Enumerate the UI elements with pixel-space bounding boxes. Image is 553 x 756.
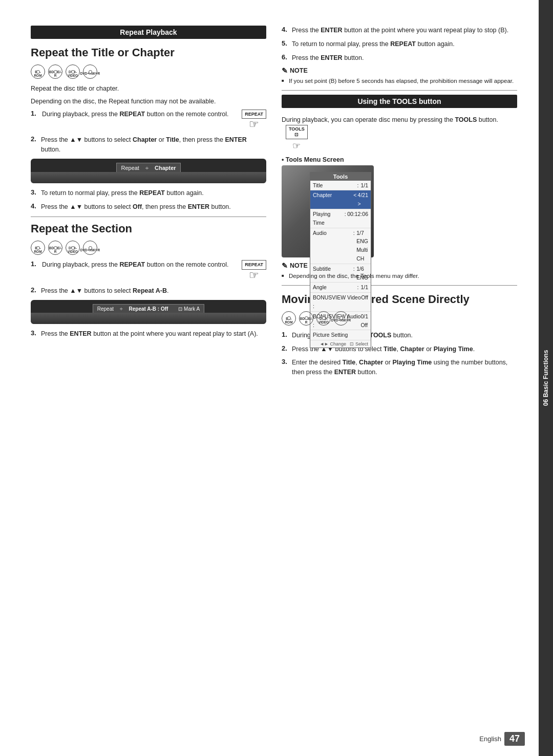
disc-icon-bdrom-2: BD-ROM <box>31 241 45 255</box>
step-2-select-chapter: 2. Press the ▲▼ buttons to select Chapte… <box>31 135 266 155</box>
osd-display-chapter: Repeat ÷ Chapter <box>116 163 180 173</box>
title-or-chapter-heading: Repeat the Title or Chapter <box>31 46 266 59</box>
continued-steps-area: 4. Press the ENTER button at the point w… <box>282 26 517 62</box>
repeat-playback-title: Repeat Playback <box>120 28 177 36</box>
disc-icon-bdre: BD-RE/-R <box>48 64 62 79</box>
right-step-5: 5. To return to normal play, press the R… <box>282 39 517 49</box>
repeat-description1: Repeat the disc title or chapter. <box>31 84 266 94</box>
tools-row-chapter: Chapter < 4/21 > <box>310 190 371 209</box>
tools-row-playing-time: Playing Time : 00:12:06 <box>310 209 371 228</box>
tools-row-audio: Audio : 1/7 ENG Multi CH <box>310 228 371 264</box>
screen-mockup-repeat-ab: Repeat ÷ Repeat A-B : Off ⊡ Mark A <box>31 300 266 324</box>
tools-row-angle: Angle : 1/1 <box>310 283 371 293</box>
hand-icon-tools: ☞ <box>292 139 301 153</box>
disc-icon-dvdvideo-2: DVD-VIDEO <box>66 241 80 255</box>
disc-icons-row-2: BD-ROM BD-RE/-R DVD-VIDEO DVD+RW/+R <box>31 241 266 255</box>
separator-2 <box>282 90 517 91</box>
right-step-6: 6. Press the ENTER button. <box>282 53 517 63</box>
note-icon-1: ✎ <box>282 67 288 75</box>
page-language: English <box>479 735 501 743</box>
disc-icon-dvdrw: DVD+RW/+R <box>83 64 97 79</box>
tools-mockup-image-area: Tools Title : 1/1 Chapter < 4/21 > <box>282 165 374 257</box>
right-step-4: 4. Press the ENTER button at the point w… <box>282 26 517 35</box>
moving-step-3: 3. Enter the desired Title, Chapter or P… <box>282 358 517 377</box>
section-step-1: 1. During playback, press the REPEAT but… <box>31 260 266 282</box>
page-number: 47 <box>504 732 525 746</box>
tools-description: During playback, you can operate disc me… <box>282 115 517 153</box>
side-tab: 06 Basic Functions <box>539 0 553 756</box>
osd-display-ab: Repeat ÷ Repeat A-B : Off ⊡ Mark A <box>93 304 205 314</box>
tools-header-title: Using the TOOLS button <box>357 97 441 105</box>
disc-icon-bdrom: BD-ROM <box>31 64 45 79</box>
tools-row-picture: Picture Setting <box>310 330 371 340</box>
repeat-description2: Depending on the disc, the Repeat functi… <box>31 97 266 106</box>
step-3-normal-play: 3. To return to normal play, press the R… <box>31 188 266 198</box>
separator-1 <box>31 217 266 217</box>
hand-icon-2: ☞ <box>249 269 259 282</box>
note-text-2: Depending on the disc, the Tools menu ma… <box>282 272 517 280</box>
tools-menu-screen-label: • Tools Menu Screen <box>282 156 517 163</box>
disc-icon-dvdrw-2: DVD+RW/+R <box>83 241 97 255</box>
page-footer: English 47 <box>479 732 525 746</box>
tools-mockup-wrap: Tools Title : 1/1 Chapter < 4/21 > <box>282 165 517 257</box>
repeat-section-heading: Repeat the Section <box>31 222 266 235</box>
section-step-3: 3. Press the ENTER button at the point w… <box>31 329 266 339</box>
note-section-1: ✎ NOTE If you set point (B) before 5 sec… <box>282 67 517 85</box>
note-icon-2: ✎ <box>282 262 288 270</box>
screen-mockup-chapter: Repeat ÷ Chapter <box>31 159 266 183</box>
disc-icon-dvdvideo: DVD-VIDEO <box>66 64 80 79</box>
section-header-tools: Using the TOOLS button <box>282 95 517 108</box>
hand-icon-1: ☞ <box>249 118 259 131</box>
tools-footer: ◄► Change ⊡ Select <box>310 340 371 348</box>
step-1-repeat-title: 1. During playback, press the REPEAT but… <box>31 110 266 132</box>
disc-icon-bdrom-3: BD-ROM <box>282 311 296 326</box>
note-text-1: If you set point (B) before 5 seconds ha… <box>282 77 517 85</box>
section-step-2: 2. Press the ▲▼ buttons to select Repeat… <box>31 286 266 296</box>
tools-button-icon: TOOLS⊡ <box>286 125 308 139</box>
disc-icons-row-1: BD-ROM BD-RE/-R DVD-VIDEO DVD+RW/+R <box>31 64 266 79</box>
tools-row-bonusview-video: BONUSVIEW Video : Off <box>310 293 371 312</box>
section-header-repeat-playback: Repeat Playback <box>31 26 266 39</box>
disc-icon-bdre-3: BD-RE/-R <box>299 311 313 326</box>
disc-icon-dvdrw-3: DVD+RW/+R <box>334 311 348 326</box>
disc-icon-bdre-2: BD-RE/-R <box>48 241 62 255</box>
tools-row-title: Title : 1/1 <box>310 181 371 191</box>
disc-icon-dvdvideo-3: DVD-VIDEO <box>316 311 331 326</box>
step-4-off: 4. Press the ▲▼ buttons to select Off, t… <box>31 202 266 212</box>
